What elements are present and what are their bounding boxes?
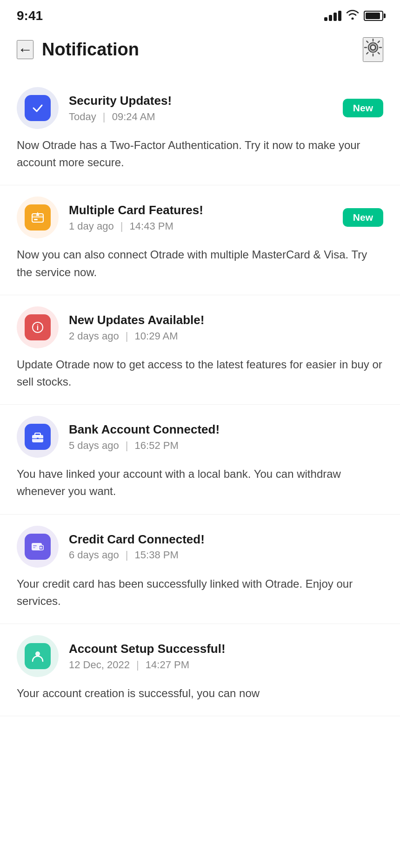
- notification-item[interactable]: Security Updates! Today | 09:24 AM New N…: [0, 76, 400, 185]
- notification-title: Account Setup Successful!: [69, 641, 226, 657]
- notification-time: 2 days ago | 10:29 AM: [69, 330, 204, 342]
- notification-title: Multiple Card Features!: [69, 203, 203, 218]
- svg-text:i: i: [37, 324, 39, 332]
- signal-icon: [324, 11, 341, 21]
- notification-title: Security Updates!: [69, 93, 172, 109]
- wifi-icon: [346, 9, 359, 22]
- star-icon: [25, 204, 51, 231]
- notification-header: i New Updates Available! 2 days ago | 10…: [17, 306, 383, 348]
- notification-time: 6 days ago | 15:38 PM: [69, 549, 205, 561]
- notification-item[interactable]: i New Updates Available! 2 days ago | 10…: [0, 295, 400, 405]
- notification-list: Security Updates! Today | 09:24 AM New N…: [0, 71, 400, 735]
- notification-header: Account Setup Successful! 12 Dec, 2022 |…: [17, 635, 383, 677]
- info-icon: i: [25, 314, 51, 340]
- svg-rect-5: [34, 219, 38, 220]
- notification-body: Now Otrade has a Two-Factor Authenticati…: [17, 136, 383, 171]
- notification-time: Today | 09:24 AM: [69, 111, 172, 123]
- svg-rect-16: [33, 547, 35, 548]
- notification-item[interactable]: Bank Account Connected! 5 days ago | 16:…: [0, 405, 400, 514]
- svg-point-14: [40, 546, 42, 549]
- notification-header: Multiple Card Features! 1 day ago | 14:4…: [17, 197, 383, 238]
- svg-point-17: [35, 651, 40, 656]
- status-time: 9:41: [17, 8, 43, 23]
- notification-item[interactable]: Multiple Card Features! 1 day ago | 14:4…: [0, 185, 400, 295]
- header-left: ← Notification: [17, 40, 139, 60]
- notification-header: Bank Account Connected! 5 days ago | 16:…: [17, 416, 383, 458]
- battery-icon: [364, 11, 383, 21]
- status-bar: 9:41: [0, 0, 400, 28]
- page-title: Notification: [42, 40, 139, 60]
- status-icons: [324, 9, 383, 22]
- notification-body: Your account creation is successful, you…: [17, 685, 383, 702]
- notification-body: Your credit card has been successfully l…: [17, 575, 383, 610]
- notification-icon-wrap: [17, 526, 59, 568]
- user-icon: [25, 643, 51, 669]
- notification-item[interactable]: Account Setup Successful! 12 Dec, 2022 |…: [0, 624, 400, 716]
- settings-button[interactable]: [363, 37, 383, 62]
- notification-icon-wrap: [17, 416, 59, 458]
- notification-icon-wrap: [17, 635, 59, 677]
- notification-item[interactable]: Credit Card Connected! 6 days ago | 15:3…: [0, 515, 400, 624]
- notification-title: New Updates Available!: [69, 312, 204, 328]
- notification-header: Security Updates! Today | 09:24 AM New: [17, 87, 383, 129]
- notification-body: Update Otrade now to get access to the l…: [17, 356, 383, 390]
- notification-body: You have linked your account with a loca…: [17, 465, 383, 500]
- new-badge: New: [343, 99, 383, 117]
- svg-point-2: [371, 45, 375, 50]
- notification-icon-wrap: i: [17, 306, 59, 348]
- briefcase-icon: [25, 424, 51, 450]
- checkmark-icon: [25, 95, 51, 121]
- notification-body: Now you can also connect Otrade with mul…: [17, 246, 383, 280]
- notification-time: 1 day ago | 14:43 PM: [69, 220, 203, 232]
- notification-header: Credit Card Connected! 6 days ago | 15:3…: [17, 526, 383, 568]
- svg-rect-9: [35, 433, 40, 436]
- gear-icon: [364, 38, 382, 61]
- notification-time: 12 Dec, 2022 | 14:27 PM: [69, 659, 226, 671]
- notification-title: Credit Card Connected!: [69, 532, 205, 548]
- new-badge: New: [343, 208, 383, 227]
- svg-rect-4: [32, 216, 43, 218]
- back-button[interactable]: ←: [17, 40, 33, 59]
- wallet-icon: [25, 534, 51, 560]
- svg-rect-15: [33, 545, 37, 546]
- notification-icon-wrap: [17, 87, 59, 129]
- notification-title: Bank Account Connected!: [69, 422, 220, 438]
- notification-time: 5 days ago | 16:52 PM: [69, 440, 220, 452]
- back-arrow-icon: ←: [18, 41, 33, 58]
- header: ← Notification: [0, 28, 400, 71]
- notification-icon-wrap: [17, 197, 59, 238]
